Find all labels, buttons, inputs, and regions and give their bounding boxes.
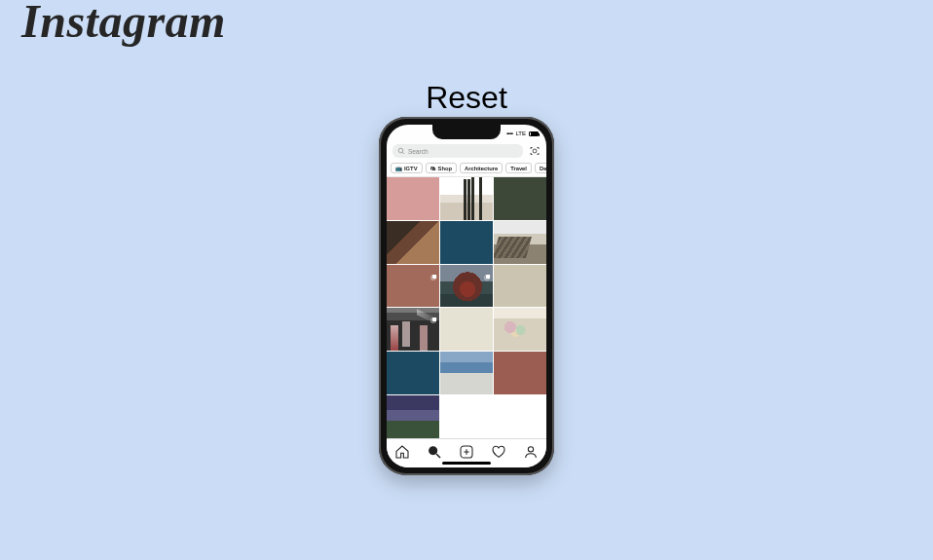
instagram-wordmark: Instagram [21, 0, 226, 48]
explore-tile[interactable] [440, 352, 493, 394]
phone-notch [432, 125, 501, 139]
explore-grid [387, 177, 546, 438]
svg-line-12 [436, 454, 440, 458]
svg-point-11 [429, 446, 437, 454]
svg-rect-7 [486, 275, 490, 279]
svg-point-16 [528, 446, 533, 451]
chip-architecture[interactable]: Architecture [460, 163, 503, 173]
signal-indicator: ▪▪▪▪ [506, 131, 513, 136]
chip-decor[interactable]: Decor [535, 163, 546, 173]
tab-home[interactable] [394, 444, 410, 460]
chip-label: Architecture [465, 166, 498, 171]
category-chips-row: 📺 IGTV 🛍 Shop Architecture Travel Decor [387, 160, 546, 177]
explore-tile[interactable] [494, 352, 546, 394]
scan-qr-button[interactable] [529, 145, 541, 157]
battery-icon [529, 131, 539, 136]
tile-image [440, 308, 493, 351]
network-label: LTE [515, 131, 526, 136]
tile-image [440, 221, 493, 264]
tile-image [494, 352, 546, 394]
tile-image [494, 177, 546, 220]
page-title: Reset [426, 80, 507, 116]
tile-image [387, 352, 439, 394]
explore-tile[interactable] [387, 308, 439, 351]
phone-screen: ▪▪▪▪ LTE Search 📺 IGTV 🛍 Shop [387, 125, 546, 467]
chip-label: Travel [510, 166, 527, 171]
chip-shop[interactable]: 🛍 Shop [426, 163, 458, 173]
search-icon [397, 147, 405, 156]
svg-point-0 [398, 148, 403, 153]
explore-tile[interactable] [387, 265, 439, 308]
explore-tile[interactable] [494, 265, 546, 308]
explore-tile[interactable] [387, 395, 439, 438]
explore-tile[interactable] [440, 177, 493, 220]
tab-create[interactable] [459, 444, 474, 460]
tab-activity[interactable] [491, 444, 506, 460]
tv-icon: 📺 [395, 166, 402, 171]
svg-rect-3 [486, 187, 490, 191]
explore-tile[interactable] [387, 221, 439, 264]
carousel-icon [430, 310, 437, 317]
explore-tile[interactable] [494, 221, 546, 264]
home-indicator [442, 462, 491, 465]
carousel-icon [430, 267, 437, 274]
carousel-icon [484, 267, 491, 274]
search-placeholder: Search [408, 148, 429, 155]
explore-tile[interactable] [440, 221, 493, 264]
explore-tile[interactable] [387, 177, 439, 220]
chip-travel[interactable]: Travel [505, 163, 532, 173]
explore-tile[interactable] [387, 352, 439, 394]
svg-line-1 [402, 152, 404, 154]
svg-rect-9 [432, 317, 436, 321]
svg-rect-5 [432, 275, 436, 279]
chip-label: IGTV [404, 166, 418, 171]
search-input[interactable]: Search [392, 144, 523, 158]
explore-tile[interactable] [494, 308, 546, 351]
tab-search[interactable] [427, 444, 442, 460]
chip-label: Decor [540, 166, 546, 171]
chip-label: Shop [438, 166, 453, 171]
carousel-icon [484, 179, 491, 186]
tile-image [494, 265, 546, 308]
explore-tile[interactable] [440, 308, 493, 351]
tile-image [387, 177, 439, 220]
chip-igtv[interactable]: 📺 IGTV [391, 163, 423, 173]
search-bar: Search [387, 142, 546, 160]
svg-rect-2 [533, 149, 537, 153]
tab-profile[interactable] [523, 444, 539, 460]
explore-tile[interactable] [494, 177, 546, 220]
explore-tile[interactable] [440, 265, 493, 308]
bag-icon: 🛍 [430, 166, 436, 171]
phone-device-frame: ▪▪▪▪ LTE Search 📺 IGTV 🛍 Shop [379, 117, 554, 475]
